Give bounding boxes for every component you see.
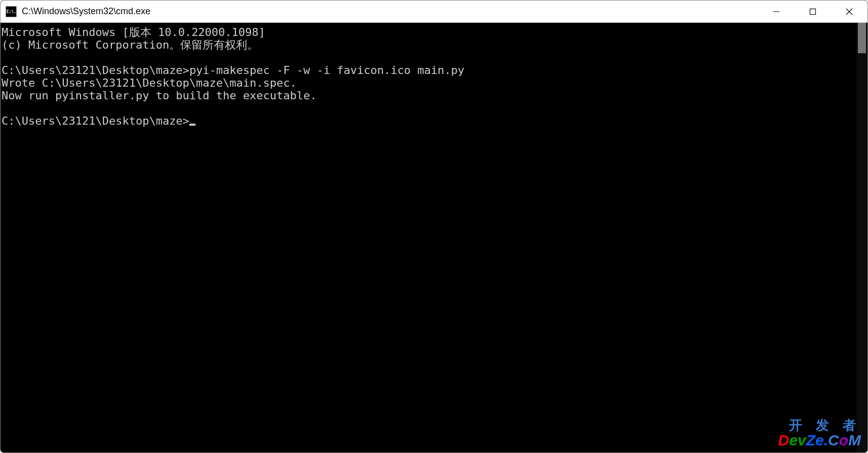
close-button[interactable]: [831, 1, 867, 22]
output-line: (c) Microsoft Corporation。保留所有权利。: [2, 39, 258, 51]
close-icon: [846, 8, 853, 15]
maximize-button[interactable]: [795, 1, 831, 22]
titlebar[interactable]: C:\. C:\Windows\System32\cmd.exe: [1, 1, 867, 23]
output-line: Now run pyinstaller.py to build the exec…: [2, 89, 317, 102]
cmd-window: C:\. C:\Windows\System32\cmd.exe Microso…: [0, 0, 868, 453]
svg-rect-1: [810, 9, 816, 14]
output-line: Microsoft Windows [版本 10.0.22000.1098]: [2, 26, 265, 39]
command-text: pyi-makespec -F -w -i favicon.ico main.p…: [189, 64, 464, 77]
vertical-scrollbar[interactable]: [856, 23, 867, 452]
minimize-icon: [773, 8, 780, 15]
minimize-button[interactable]: [758, 1, 795, 22]
scrollbar-thumb[interactable]: [858, 23, 866, 53]
window-title: C:\Windows\System32\cmd.exe: [22, 6, 150, 17]
terminal-output[interactable]: Microsoft Windows [版本 10.0.22000.1098] (…: [1, 23, 856, 452]
output-line: Wrote C:\Users\23121\Desktop\maze\main.s…: [2, 77, 297, 89]
maximize-icon: [809, 8, 816, 15]
terminal-container: Microsoft Windows [版本 10.0.22000.1098] (…: [1, 23, 867, 452]
cmd-icon: C:\.: [6, 6, 17, 17]
prompt: C:\Users\23121\Desktop\maze>: [2, 115, 189, 127]
prompt: C:\Users\23121\Desktop\maze>: [2, 64, 189, 77]
watermark: 开 发 者 DevZe.CoM: [778, 419, 861, 448]
titlebar-left: C:\. C:\Windows\System32\cmd.exe: [1, 6, 758, 17]
titlebar-controls: [758, 1, 867, 22]
watermark-line2: DevZe.CoM: [778, 433, 861, 448]
watermark-line1: 开 发 者: [778, 419, 861, 432]
cursor: [189, 124, 195, 126]
